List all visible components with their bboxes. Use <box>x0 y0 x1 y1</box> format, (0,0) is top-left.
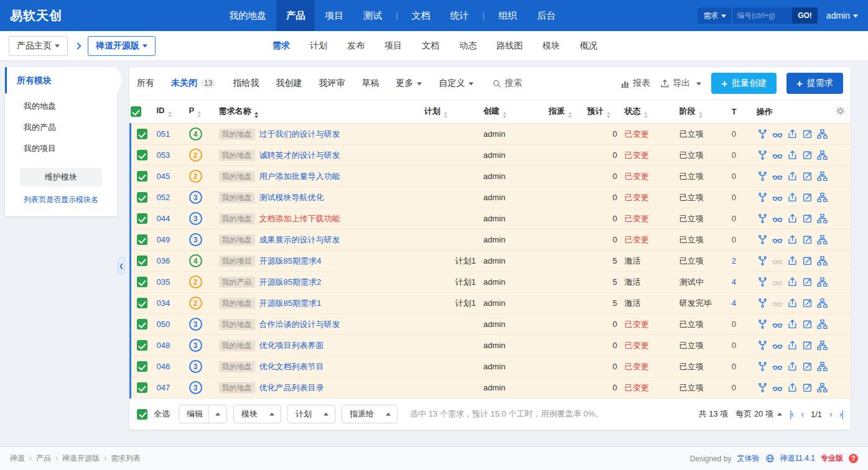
col-header-id[interactable]: ID <box>153 100 185 124</box>
story-title-link[interactable]: 开源版85期需求4 <box>259 256 322 265</box>
filter-tab[interactable]: 指给我 <box>233 78 259 89</box>
filter-tab[interactable]: 我创建 <box>276 78 302 89</box>
help-icon[interactable]: ? <box>849 454 858 463</box>
review-icon[interactable] <box>772 340 783 351</box>
add-story-button[interactable]: + 提需求 <box>786 73 843 94</box>
app-logo[interactable]: 易软天创 <box>10 7 62 24</box>
story-row[interactable]: 034 2 我的地盘开源版85期需求1 计划1 admin 5 激活 研发完毕 … <box>131 293 851 314</box>
column-settings-button[interactable] <box>832 100 851 124</box>
col-header-stage[interactable]: 阶段 <box>676 100 728 124</box>
product-tab[interactable]: 文档 <box>422 40 439 52</box>
footer-select-all-checkbox[interactable] <box>137 409 147 420</box>
task-count[interactable]: 0 <box>732 341 736 350</box>
review-icon[interactable] <box>772 277 783 287</box>
subdivide-icon[interactable] <box>817 234 828 245</box>
change-icon[interactable] <box>757 298 768 308</box>
story-id-link[interactable]: 052 <box>157 193 170 202</box>
create-task-icon[interactable] <box>787 150 798 160</box>
edit-icon[interactable] <box>802 129 813 139</box>
task-count[interactable]: 0 <box>732 193 736 202</box>
create-task-icon[interactable] <box>787 192 798 203</box>
batch-action-button[interactable]: 编辑 <box>179 405 227 423</box>
top-menu-item[interactable]: 我的地盘 <box>219 0 276 31</box>
create-task-icon[interactable] <box>787 129 798 139</box>
change-icon[interactable] <box>757 150 768 160</box>
review-icon[interactable] <box>772 319 783 329</box>
first-page-button[interactable]: |‹ <box>790 409 793 419</box>
create-task-icon[interactable] <box>787 213 798 224</box>
col-header-pri[interactable]: P <box>185 100 215 124</box>
top-menu-item[interactable]: | <box>392 0 401 31</box>
filter-tab[interactable]: 自定义 <box>439 78 474 89</box>
toggle-module-name-link[interactable]: 列表页是否显示模块名 <box>5 195 117 205</box>
task-count[interactable]: 4 <box>732 298 736 308</box>
select-all-checkbox[interactable] <box>131 106 141 117</box>
batch-create-button[interactable]: + 批量创建 <box>711 73 777 94</box>
batch-action-button[interactable]: 指派给 <box>342 405 398 423</box>
batch-action-button[interactable]: 模块 <box>233 405 281 423</box>
story-row[interactable]: 049 3 我的地盘成果展示的设计与研发 admin 0 已变更 已立项 0 <box>131 229 851 251</box>
story-id-link[interactable]: 047 <box>157 383 170 392</box>
top-menu-item[interactable]: 产品 <box>276 0 315 31</box>
edit-icon[interactable] <box>802 319 813 329</box>
export-dropdown[interactable]: 导出 <box>660 78 701 89</box>
review-icon[interactable] <box>772 382 783 393</box>
product-switcher[interactable]: 禅道开源版 <box>88 36 156 56</box>
change-icon[interactable] <box>757 382 768 393</box>
story-id-link[interactable]: 050 <box>157 320 170 329</box>
version-link[interactable]: 禅道11.4.1 <box>780 453 815 464</box>
story-row[interactable]: 052 3 我的地盘测试模块导航优化 admin 0 已变更 已立项 0 <box>131 187 851 208</box>
edit-icon[interactable] <box>802 234 813 245</box>
task-count[interactable]: 0 <box>732 362 736 371</box>
create-task-icon[interactable] <box>787 256 798 266</box>
product-home-button[interactable]: 产品主页 <box>9 36 68 56</box>
story-id-link[interactable]: 035 <box>157 277 170 287</box>
change-icon[interactable] <box>757 277 768 287</box>
breadcrumb-item[interactable]: 需求列表 <box>100 453 141 464</box>
edit-icon[interactable] <box>802 277 813 287</box>
product-tab[interactable]: 路线图 <box>497 40 523 52</box>
dropdown-caret[interactable] <box>317 405 335 423</box>
product-tab[interactable]: 发布 <box>347 40 365 52</box>
create-task-icon[interactable] <box>787 319 798 329</box>
change-icon[interactable] <box>757 192 768 203</box>
dropdown-caret[interactable] <box>380 405 397 423</box>
row-checkbox[interactable] <box>137 150 147 160</box>
sidebar-collapse-handle[interactable]: ❮ <box>118 257 125 274</box>
top-menu-item[interactable]: 项目 <box>315 0 353 31</box>
row-checkbox[interactable] <box>137 256 147 266</box>
dropdown-caret[interactable] <box>263 405 281 423</box>
create-task-icon[interactable] <box>787 277 798 287</box>
story-title-link[interactable]: 合作洽谈的设计与研发 <box>259 320 340 329</box>
subdivide-icon[interactable] <box>817 192 828 203</box>
change-icon[interactable] <box>757 129 768 139</box>
per-page-dropdown[interactable]: 每页 20 项 <box>735 408 782 420</box>
subdivide-icon[interactable] <box>817 319 828 329</box>
edit-icon[interactable] <box>802 298 813 308</box>
subdivide-icon[interactable] <box>817 277 828 287</box>
review-icon[interactable] <box>772 256 783 266</box>
subdivide-icon[interactable] <box>817 213 828 224</box>
prev-page-button[interactable]: ‹ <box>801 409 803 419</box>
subdivide-icon[interactable] <box>817 150 828 160</box>
col-header-title[interactable]: 需求名称 <box>215 100 421 124</box>
select-all-label[interactable]: 全选 <box>154 408 170 420</box>
top-menu-item[interactable]: 组织 <box>488 0 527 31</box>
row-checkbox[interactable] <box>137 319 147 329</box>
story-row[interactable]: 047 3 我的地盘优化产品列表目录 admin 0 已变更 已立项 0 <box>131 377 851 399</box>
story-id-link[interactable]: 034 <box>157 298 170 308</box>
story-row[interactable]: 044 3 我的地盘文档添加上传下载功能 admin 0 已变更 已立项 0 <box>131 208 851 229</box>
task-count[interactable]: 0 <box>732 172 736 181</box>
story-id-link[interactable]: 044 <box>157 214 170 223</box>
globe-icon[interactable] <box>765 454 775 463</box>
review-icon[interactable] <box>772 213 783 224</box>
story-title-link[interactable]: 优化产品列表目录 <box>259 383 324 392</box>
edit-icon[interactable] <box>802 382 813 393</box>
top-menu-item[interactable]: | <box>479 0 488 31</box>
task-count[interactable]: 2 <box>732 256 736 265</box>
row-checkbox[interactable] <box>137 171 147 182</box>
top-menu-item[interactable]: 统计 <box>441 0 479 31</box>
col-header-assigned-to[interactable]: 指派 <box>545 100 584 124</box>
story-row[interactable]: 046 3 我的地盘优化文档列表节目 admin 0 已变更 已立项 0 <box>131 356 851 377</box>
subdivide-icon[interactable] <box>817 361 828 372</box>
